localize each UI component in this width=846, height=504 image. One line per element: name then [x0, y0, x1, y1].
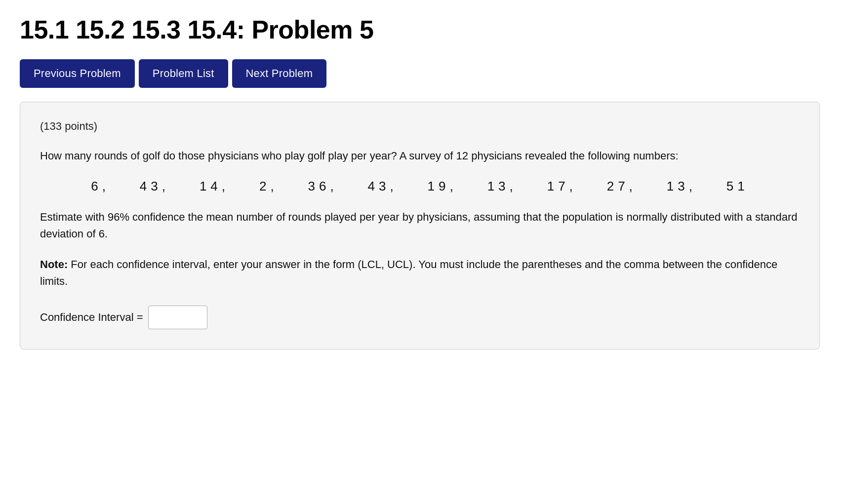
page-title: 15.1 15.2 15.3 15.4: Problem 5 [20, 15, 826, 44]
confidence-interval-input[interactable] [148, 306, 207, 329]
question-text-part1: How many rounds of golf do those physici… [40, 148, 800, 164]
nav-buttons: Previous Problem Problem List Next Probl… [20, 59, 826, 88]
problem-list-button[interactable]: Problem List [139, 59, 228, 88]
next-problem-button[interactable]: Next Problem [232, 59, 327, 88]
previous-problem-button[interactable]: Previous Problem [20, 59, 135, 88]
note-text: Note: For each confidence interval, ente… [40, 256, 800, 290]
question-text-part2: Estimate with 96% confidence the mean nu… [40, 209, 800, 242]
data-values: 6, 43, 14, 2, 36, 43, 19, 13, 17, 27, 13… [40, 179, 800, 194]
answer-label: Confidence Interval = [40, 311, 143, 324]
problem-box: (133 points) How many rounds of golf do … [20, 102, 820, 349]
points-label: (133 points) [40, 120, 800, 133]
note-body: For each confidence interval, enter your… [40, 258, 777, 287]
answer-row: Confidence Interval = [40, 306, 800, 329]
note-label: Note: [40, 258, 68, 271]
